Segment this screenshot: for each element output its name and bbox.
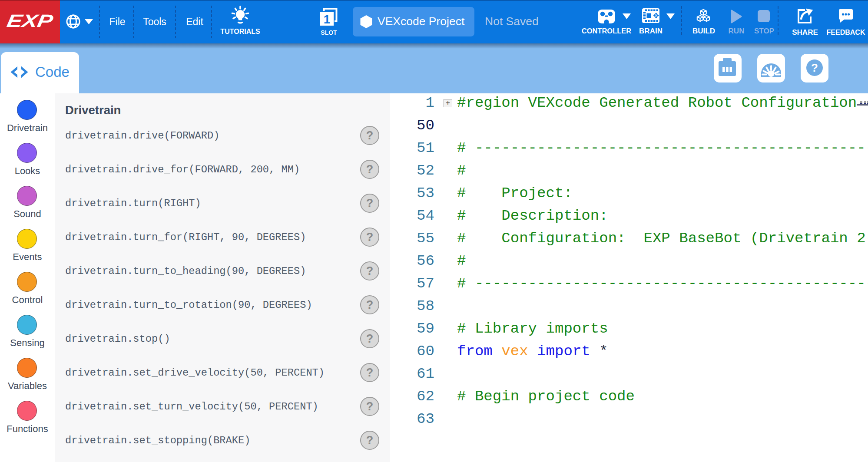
svg-text:?: ? [811,61,818,74]
svg-text:1: 1 [324,13,331,26]
